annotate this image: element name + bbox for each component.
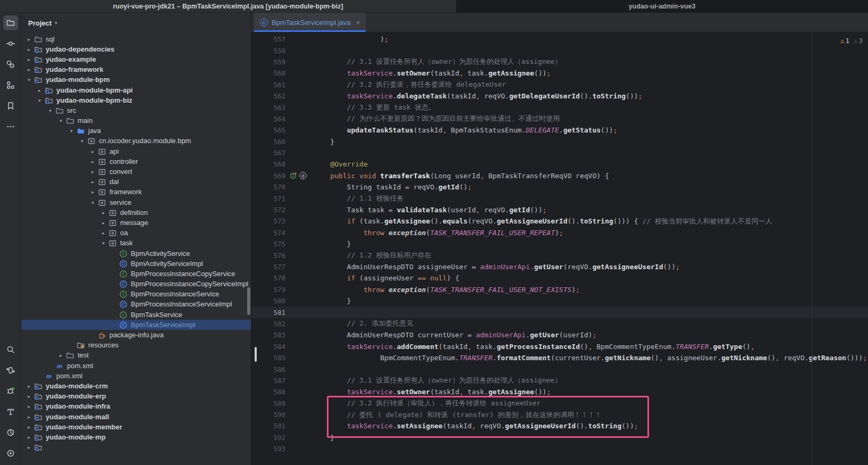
chevron-collapsed-icon[interactable]: ▸ bbox=[88, 179, 97, 185]
build-icon[interactable] bbox=[3, 404, 18, 419]
tree-item-test[interactable]: ▸test bbox=[21, 351, 251, 361]
code-line-573[interactable]: 573 if (task.getAssignee().equals(reqVO.… bbox=[251, 215, 868, 227]
tree-item-convert[interactable]: ▸convert bbox=[21, 167, 251, 177]
chevron-expanded-icon[interactable]: ▾ bbox=[78, 138, 87, 144]
line-number[interactable]: 558 bbox=[251, 47, 285, 55]
line-number[interactable]: 568 bbox=[251, 160, 285, 168]
code-line-583[interactable]: 583 AdminUserRespDTO currentUser = admin… bbox=[251, 329, 868, 341]
tree-item-sql[interactable]: ▸sql bbox=[21, 34, 251, 44]
line-number[interactable]: 586 bbox=[251, 366, 285, 373]
tree-item-yudao-framework[interactable]: ▸yudao-framework bbox=[21, 65, 251, 75]
tree-item-controller[interactable]: ▸controller bbox=[21, 156, 251, 167]
line-number[interactable]: 587 bbox=[251, 377, 285, 385]
code-line-575[interactable]: 575 } bbox=[251, 238, 868, 250]
code-line-592[interactable]: 592 } bbox=[251, 432, 868, 443]
tab-bpmtaskserviceimpl-java[interactable]: C BpmTaskServiceImpl.java × bbox=[254, 13, 366, 32]
services-icon[interactable] bbox=[3, 446, 18, 461]
scrollbar-thumb[interactable] bbox=[247, 287, 250, 315]
chevron-collapsed-icon[interactable]: ▸ bbox=[24, 404, 33, 409]
tree-item-bpmtaskserviceimpl[interactable]: CBpmTaskServiceImpl bbox=[21, 320, 251, 330]
tree-item-package-info-java[interactable]: package-info.java bbox=[21, 330, 251, 340]
tree-item-bpmactivityservice[interactable]: IBpmActivityService bbox=[21, 248, 251, 259]
code-line-565[interactable]: 565 updateTaskStatus(taskId, BpmTaskStat… bbox=[251, 124, 868, 136]
code-line-587[interactable]: 587 // 3.1 设置任务所有人（owner）为原任务的处理人（assign… bbox=[251, 375, 868, 386]
line-number[interactable]: 559 bbox=[251, 58, 285, 66]
chevron-collapsed-icon[interactable]: ▸ bbox=[88, 159, 97, 164]
line-number[interactable]: 564 bbox=[251, 115, 285, 123]
annotation-icon[interactable]: @ bbox=[299, 172, 307, 179]
line-number[interactable]: 592 bbox=[251, 434, 285, 442]
code-line-586[interactable]: 586 bbox=[251, 363, 868, 375]
tree-item-oa[interactable]: ▸oa bbox=[21, 228, 251, 238]
chevron-collapsed-icon[interactable]: ▸ bbox=[24, 445, 33, 450]
close-icon[interactable]: × bbox=[356, 19, 360, 27]
line-number[interactable]: 578 bbox=[251, 274, 285, 282]
tree-item-main[interactable]: ▾main bbox=[21, 116, 251, 126]
code-line-562[interactable]: 562 taskService.delegateTask(taskId, req… bbox=[251, 90, 868, 102]
pull-requests-icon[interactable]: ? bbox=[3, 57, 18, 72]
code-line-557[interactable]: 557 ); bbox=[251, 34, 868, 45]
tree-item-message[interactable]: ▸message bbox=[21, 218, 251, 228]
code-line-571[interactable]: 571 // 1.1 校验任务 bbox=[251, 193, 868, 204]
tree-item-src[interactable]: ▾src bbox=[21, 105, 251, 115]
chevron-collapsed-icon[interactable]: ▸ bbox=[24, 425, 33, 430]
code-line-559[interactable]: 559 // 3.1 设置任务所有人（owner）为原任务的处理人（assign… bbox=[251, 56, 868, 68]
code-line-566[interactable]: 566 } bbox=[251, 136, 868, 147]
code-line-589[interactable]: 589 // 3.2 执行转派（审批人），将任务转派给 assigneeUser bbox=[251, 398, 868, 409]
code-line-580[interactable]: 580 } bbox=[251, 295, 868, 306]
code-line-578[interactable]: 578 if (assigneeUser == null) { bbox=[251, 272, 868, 284]
chevron-collapsed-icon[interactable]: ▸ bbox=[88, 169, 97, 175]
tree-item-bpmprocessinstancecopyserviceimpl[interactable]: CBpmProcessInstanceCopyServiceImpl bbox=[21, 279, 251, 289]
code-line-593[interactable]: 593 bbox=[251, 443, 868, 454]
code-line-577[interactable]: 577 AdminUserRespDTO assigneeUser = admi… bbox=[251, 261, 868, 272]
line-number[interactable]: 584 bbox=[251, 343, 285, 351]
line-number[interactable]: 574 bbox=[251, 229, 285, 237]
chevron-collapsed-icon[interactable]: ▸ bbox=[24, 57, 33, 62]
code-line-588[interactable]: 588 taskService.setOwner(taskId, task.ge… bbox=[251, 386, 868, 397]
tree-item-yudao-dependencies[interactable]: ▸yudao-dependencies bbox=[21, 44, 251, 54]
line-number[interactable]: 589 bbox=[251, 400, 285, 408]
code-line-579[interactable]: 579 throw exception(TASK_TRANSFER_FAIL_U… bbox=[251, 284, 868, 295]
line-number[interactable]: 583 bbox=[251, 331, 285, 339]
implements-method-icon[interactable]: I bbox=[290, 172, 297, 179]
tree-item-dal[interactable]: ▸dal bbox=[21, 177, 251, 187]
line-number[interactable]: 565 bbox=[251, 126, 285, 134]
chevron-expanded-icon[interactable]: ▾ bbox=[35, 98, 44, 103]
chevron-collapsed-icon[interactable]: ▸ bbox=[24, 435, 33, 440]
line-number[interactable]: 566 bbox=[251, 138, 285, 146]
line-number[interactable]: 569 bbox=[251, 172, 285, 180]
tree-item-pom-xml[interactable]: mpom.xml bbox=[21, 371, 251, 381]
chevron-expanded-icon[interactable]: ▾ bbox=[56, 118, 65, 123]
tree-item-yudao-module-bpm-api[interactable]: ▸yudao-module-bpm-api bbox=[21, 85, 251, 95]
line-number[interactable]: 570 bbox=[251, 183, 285, 191]
chevron-collapsed-icon[interactable]: ▸ bbox=[88, 149, 97, 154]
tree-item-cn-iocoder-yudao-module-bpm[interactable]: ▾cn.iocoder.yudao.module.bpm bbox=[21, 136, 251, 146]
tree-item-yudao-module-bpm-biz[interactable]: ▾yudao-module-bpm-biz bbox=[21, 95, 251, 105]
tree-item-resources[interactable]: resources bbox=[21, 341, 251, 351]
project-icon[interactable] bbox=[3, 15, 18, 30]
code-line-574[interactable]: 574 throw exception(TASK_TRANSFER_FAIL_U… bbox=[251, 227, 868, 238]
search-icon[interactable] bbox=[3, 342, 18, 357]
line-number[interactable]: 581 bbox=[251, 309, 285, 317]
line-number[interactable]: 561 bbox=[251, 81, 285, 89]
line-number[interactable]: 591 bbox=[251, 422, 285, 430]
line-number[interactable]: 582 bbox=[251, 320, 285, 328]
code-line-570[interactable]: 570 String taskId = reqVO.getId(); bbox=[251, 181, 868, 193]
code-line-584[interactable]: 584 taskService.addComment(taskId, task.… bbox=[251, 341, 868, 352]
warning-weak[interactable]: ⚠3 bbox=[854, 37, 863, 45]
tree-item-api[interactable]: ▸api bbox=[21, 146, 251, 156]
code-line-569[interactable]: 569I@ public void transferTask(Long user… bbox=[251, 170, 868, 181]
tree-item-yudao-module-mall[interactable]: ▸yudao-module-mall bbox=[21, 412, 251, 422]
chevron-collapsed-icon[interactable]: ▸ bbox=[88, 189, 97, 195]
chevron-expanded-icon[interactable]: ▾ bbox=[88, 200, 97, 205]
chevron-collapsed-icon[interactable]: ▸ bbox=[99, 220, 108, 226]
tree-item-yudao-module-bpm[interactable]: ▾yudao-module-bpm bbox=[21, 75, 251, 85]
tree-item-bpmprocessinstancecopyservice[interactable]: IBpmProcessInstanceCopyService bbox=[21, 269, 251, 279]
tree-item-bpmtaskservice[interactable]: IBpmTaskService bbox=[21, 310, 251, 320]
bookmarks-icon[interactable] bbox=[3, 98, 18, 113]
tree-item-bpmprocessinstanceserviceimpl[interactable]: CBpmProcessInstanceServiceImpl bbox=[21, 300, 251, 310]
code-line-590[interactable]: 590 // 委托 ( delegate) 和转派 (transfer) 的差别… bbox=[251, 409, 868, 420]
run-anything-icon[interactable] bbox=[3, 363, 18, 378]
chevron-collapsed-icon[interactable]: ▸ bbox=[24, 414, 33, 420]
line-number[interactable]: 590 bbox=[251, 411, 285, 419]
